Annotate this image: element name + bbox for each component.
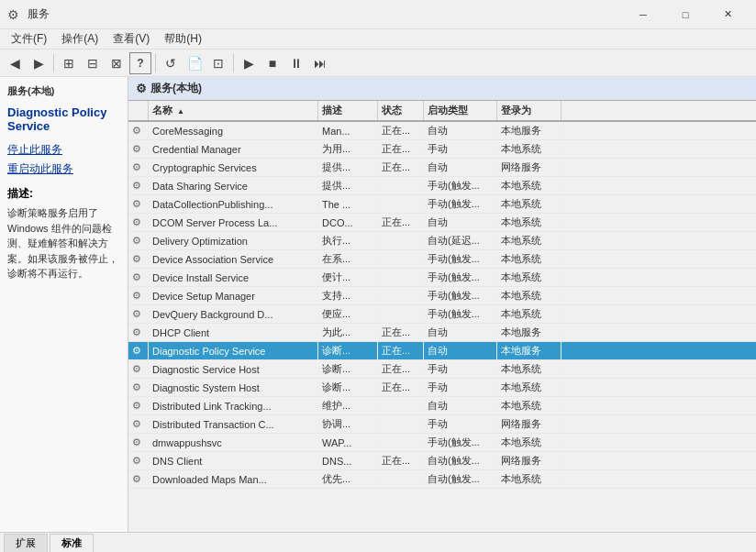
service-desc: Man...	[318, 122, 378, 139]
filter-button[interactable]: ⊡	[207, 52, 229, 74]
service-status: 正在...	[378, 140, 424, 158]
service-startup: 手动(触发...	[424, 269, 497, 286]
service-icon-cell: ⚙	[128, 324, 149, 341]
table-row[interactable]: ⚙CoreMessagingMan...正在...自动本地服务	[128, 122, 756, 140]
service-icon-cell: ⚙	[128, 287, 149, 304]
service-name: Data Sharing Service	[149, 177, 318, 194]
table-row[interactable]: ⚙Device Install Service便计...手动(触发...本地系统	[128, 269, 756, 287]
menu-view[interactable]: 查看(V)	[106, 29, 157, 49]
service-desc: 为用...	[318, 140, 378, 158]
gear-icon: ⚙	[132, 345, 141, 357]
stop-service-link[interactable]: 停止此服务	[7, 142, 120, 158]
col-status[interactable]: 状态	[378, 101, 424, 120]
gear-icon: ⚙	[132, 161, 141, 173]
service-name: Diagnostic Policy Service	[149, 342, 318, 359]
gear-icon: ⚙	[132, 455, 141, 467]
service-status: 正在...	[378, 324, 424, 341]
table-row[interactable]: ⚙Distributed Transaction C...协调...手动网络服务	[128, 415, 756, 434]
col-name[interactable]: 名称 ▲	[149, 101, 318, 120]
stop-button[interactable]: ■	[261, 52, 284, 74]
tab-standard[interactable]: 标准	[50, 534, 94, 552]
services-table[interactable]: 名称 ▲ 描述 状态 启动类型 登录为 ⚙CoreMessagingMan...…	[128, 101, 756, 532]
service-desc: 支持...	[318, 287, 378, 304]
service-login: 本地系统	[497, 232, 561, 249]
service-name: Delivery Optimization	[149, 232, 318, 249]
right-panel: ⚙ 服务(本地) 名称 ▲ 描述 状态 启动类型 登录为 ⚙CoreMessag…	[128, 77, 756, 532]
table-row[interactable]: ⚙dmwappushsvcWAP...手动(触发...本地系统	[128, 434, 756, 452]
service-status	[378, 287, 424, 304]
service-desc: The ...	[318, 195, 378, 213]
service-login: 本地系统	[497, 397, 561, 414]
service-status: 正在...	[378, 342, 424, 359]
col-desc[interactable]: 描述	[318, 101, 378, 120]
service-startup: 手动	[424, 379, 497, 396]
service-login: 网络服务	[497, 159, 561, 176]
properties-button[interactable]: ⊠	[106, 52, 128, 74]
table-row[interactable]: ⚙Device Association Service在系...手动(触发...…	[128, 250, 756, 269]
service-desc: 便应...	[318, 305, 378, 323]
table-row[interactable]: ⚙Diagnostic System Host诊断...正在...手动本地系统	[128, 379, 756, 397]
table-row[interactable]: ⚙Device Setup Manager支持...手动(触发...本地系统	[128, 287, 756, 305]
service-name: Distributed Transaction C...	[149, 415, 318, 433]
play-button[interactable]: ▶	[238, 52, 260, 74]
maximize-button[interactable]: □	[664, 0, 706, 29]
table-row[interactable]: ⚙Distributed Link Tracking...维护...自动本地系统	[128, 397, 756, 415]
table-row[interactable]: ⚙Delivery Optimization执行...自动(延迟...本地系统	[128, 232, 756, 250]
table-row[interactable]: ⚙Credential Manager为用...正在...手动本地系统	[128, 140, 756, 159]
gear-icon: ⚙	[132, 125, 141, 137]
service-login: 本地系统	[497, 287, 561, 304]
table-row[interactable]: ⚙Data Sharing Service提供...手动(触发...本地系统	[128, 177, 756, 195]
service-login: 本地系统	[497, 269, 561, 286]
service-icon-cell: ⚙	[128, 379, 149, 396]
service-icon-cell: ⚙	[128, 397, 149, 414]
service-icon-cell: ⚙	[128, 470, 149, 488]
service-name: dmwappushsvc	[149, 434, 318, 451]
resume-button[interactable]: ⏭	[309, 52, 331, 74]
col-icon[interactable]	[128, 101, 149, 120]
pause-button[interactable]: ⏸	[285, 52, 307, 74]
col-startup[interactable]: 启动类型	[424, 101, 497, 120]
window-controls: ─ □ ✕	[622, 0, 749, 29]
table-row[interactable]: ⚙DNS ClientDNS...正在...自动(触发...网络服务	[128, 452, 756, 470]
table-row[interactable]: ⚙DevQuery Background D...便应...手动(触发...本地…	[128, 305, 756, 324]
table-row[interactable]: ⚙DCOM Server Process La...DCO...正在...自动本…	[128, 214, 756, 232]
table-header: 名称 ▲ 描述 状态 启动类型 登录为	[128, 101, 756, 122]
col-login[interactable]: 登录为	[497, 101, 561, 120]
table-row[interactable]: ⚙Diagnostic Service Host诊断...正在...手动本地系统	[128, 360, 756, 379]
refresh-button[interactable]: ↺	[160, 52, 182, 74]
service-name: DCOM Server Process La...	[149, 214, 318, 231]
menu-help[interactable]: 帮助(H)	[157, 29, 209, 49]
service-status: 正在...	[378, 452, 424, 469]
minimize-button[interactable]: ─	[622, 0, 664, 29]
service-startup: 手动	[424, 415, 497, 433]
table-row[interactable]: ⚙Diagnostic Policy Service诊断...正在...自动本地…	[128, 342, 756, 360]
close-button[interactable]: ✕	[706, 0, 749, 29]
table-row[interactable]: ⚙DataCollectionPublishing...The ...手动(触发…	[128, 195, 756, 214]
service-icon-cell: ⚙	[128, 415, 149, 433]
table-row[interactable]: ⚙Downloaded Maps Man...优先...自动(触发...本地系统	[128, 470, 756, 489]
menu-action[interactable]: 操作(A)	[54, 29, 106, 49]
show-scope-button[interactable]: ⊟	[82, 52, 104, 74]
tab-extended[interactable]: 扩展	[4, 534, 48, 552]
app-icon: ⚙	[7, 7, 22, 22]
service-icon-cell: ⚙	[128, 452, 149, 469]
restart-service-link[interactable]: 重启动此服务	[7, 161, 120, 177]
service-name: Distributed Link Tracking...	[149, 397, 318, 414]
service-desc: 协调...	[318, 415, 378, 433]
service-name: Diagnostic Service Host	[149, 360, 318, 378]
service-login: 本地系统	[497, 214, 561, 231]
help-btn[interactable]: ?	[129, 52, 151, 74]
left-panel: 服务(本地) Diagnostic Policy Service 停止此服务 重…	[0, 77, 128, 532]
table-row[interactable]: ⚙DHCP Client为此...正在...自动本地服务	[128, 324, 756, 342]
service-icon-cell: ⚙	[128, 305, 149, 323]
back-button[interactable]: ◀	[4, 52, 26, 74]
table-row[interactable]: ⚙Cryptographic Services提供...正在...自动网络服务	[128, 159, 756, 177]
forward-button[interactable]: ▶	[28, 52, 50, 74]
service-status: 正在...	[378, 214, 424, 231]
service-status: 正在...	[378, 122, 424, 139]
show-hide-button[interactable]: ⊞	[58, 52, 80, 74]
service-startup: 自动(触发...	[424, 470, 497, 488]
service-desc: DNS...	[318, 452, 378, 469]
menu-file[interactable]: 文件(F)	[4, 29, 54, 49]
export-button[interactable]: 📄	[183, 52, 206, 74]
